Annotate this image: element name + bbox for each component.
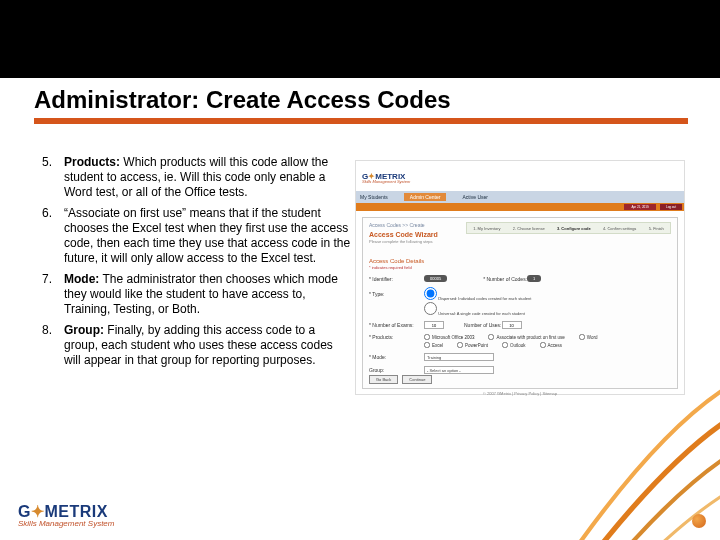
list-number: 5. bbox=[42, 155, 64, 200]
corner-dot-icon bbox=[692, 514, 706, 528]
list-number: 7. bbox=[42, 272, 64, 317]
type-radio-dispersed[interactable] bbox=[424, 287, 437, 300]
footer-logo: G✦METRIX Skills Management System bbox=[18, 502, 114, 528]
check-ppt[interactable] bbox=[457, 342, 463, 348]
identifier-row: * Identifier: 00005 * Number of Codes: 1 bbox=[369, 275, 671, 282]
check-outlook[interactable] bbox=[502, 342, 508, 348]
mode-select[interactable]: Training bbox=[424, 353, 494, 361]
title-underline bbox=[34, 118, 688, 124]
screenshot-footer: © 2007 GMetrix | Privacy Policy | Sitema… bbox=[356, 391, 684, 396]
uses-input[interactable] bbox=[502, 321, 522, 329]
check-access[interactable] bbox=[540, 342, 546, 348]
type-row: * Type: Dispersed: Individual codes crea… bbox=[369, 287, 671, 301]
check-assoc[interactable] bbox=[488, 334, 494, 340]
nav-item[interactable]: Active User bbox=[462, 194, 488, 200]
button-row: Go Back Continue bbox=[369, 375, 432, 384]
orange-bar: Apr 21, 2019 Log out bbox=[356, 203, 684, 211]
list-item: 6. “Associate on first use” means that i… bbox=[42, 206, 352, 266]
required-note: * indicates required field bbox=[369, 265, 671, 270]
top-black-bar bbox=[0, 0, 720, 78]
bullet-list: 5. Products: Which products will this co… bbox=[42, 155, 352, 374]
exams-row: * Number of Exams: Number of Uses: bbox=[369, 321, 671, 329]
embedded-screenshot: G✦METRIX Skills Management System My Stu… bbox=[355, 160, 685, 395]
date-box: Apr 21, 2019 bbox=[624, 204, 656, 210]
wizard-subtitle: Please complete the following steps bbox=[369, 239, 671, 244]
check-office[interactable] bbox=[424, 334, 430, 340]
qty-value[interactable]: 1 bbox=[527, 275, 541, 282]
nav-item-active[interactable]: Admin Center bbox=[404, 193, 447, 201]
form-header: Access Code Details bbox=[369, 258, 671, 264]
wizard-steps: 1. My Inventory 2. Choose license 3. Con… bbox=[466, 222, 671, 234]
nav-bar: My Students Admin Center Active User bbox=[356, 191, 684, 203]
list-item: 5. Products: Which products will this co… bbox=[42, 155, 352, 200]
screenshot-header: G✦METRIX Skills Management System bbox=[356, 161, 684, 191]
go-back-button[interactable]: Go Back bbox=[369, 375, 398, 384]
exams-input[interactable] bbox=[424, 321, 444, 329]
identifier-value[interactable]: 00005 bbox=[424, 275, 447, 282]
group-select[interactable]: - Select an option - bbox=[424, 366, 494, 374]
type-radio-universal[interactable] bbox=[424, 302, 437, 315]
group-row: Group: - Select an option - bbox=[369, 366, 671, 374]
list-number: 6. bbox=[42, 206, 64, 266]
logout-box[interactable]: Log out bbox=[660, 204, 682, 210]
mode-row: * Mode: Training bbox=[369, 353, 671, 361]
nav-item[interactable]: My Students bbox=[360, 194, 388, 200]
check-word[interactable] bbox=[579, 334, 585, 340]
continue-button[interactable]: Continue bbox=[402, 375, 432, 384]
list-number: 8. bbox=[42, 323, 64, 368]
check-excel[interactable] bbox=[424, 342, 430, 348]
logo-sub-small: Skills Management System bbox=[362, 179, 410, 184]
products-row: * Products: Microsoft Office 2003 Associ… bbox=[369, 334, 671, 348]
list-item: 7. Mode: The administrator then chooses … bbox=[42, 272, 352, 317]
page-title: Administrator: Create Access Codes bbox=[34, 86, 451, 114]
wizard-panel: Access Codes >> Create Access Code Wizar… bbox=[362, 217, 678, 389]
list-item: 8. Group: Finally, by adding this access… bbox=[42, 323, 352, 368]
